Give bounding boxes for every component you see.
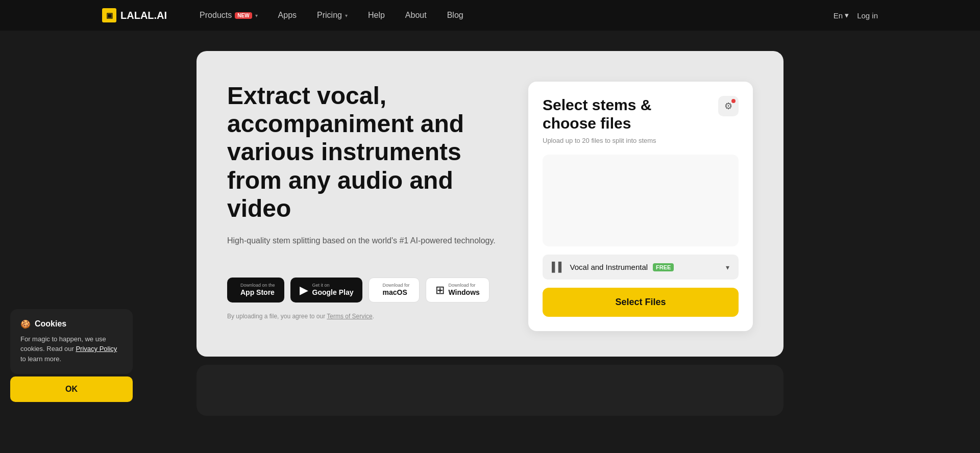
settings-notification-dot bbox=[731, 99, 736, 103]
cookie-banner: 🍪 Cookies For magic to happen, we use co… bbox=[10, 309, 133, 374]
hero-left: Extract vocal, accompaniment and various… bbox=[227, 82, 498, 320]
nav-apps[interactable]: Apps bbox=[270, 7, 305, 24]
logo-text: LALAL.AI bbox=[120, 10, 167, 21]
windows-icon: ⊞ bbox=[435, 284, 445, 297]
logo-icon: ▣ bbox=[102, 8, 116, 22]
stem-label: Vocal and Instrumental bbox=[570, 263, 648, 271]
panel-header: Select stems & choose files ⚙ bbox=[543, 96, 739, 133]
brand-logo[interactable]: ▣ LALAL.AI bbox=[102, 8, 167, 22]
stem-left: ▌▌ Vocal and Instrumental FREE bbox=[552, 262, 674, 272]
windows-button[interactable]: ⊞ Download for Windows bbox=[426, 278, 489, 303]
nav-help[interactable]: Help bbox=[360, 7, 393, 24]
macos-button[interactable]: Download for macOS bbox=[369, 278, 419, 303]
panel-title: Select stems & choose files bbox=[543, 96, 706, 133]
select-files-button[interactable]: Select Files bbox=[543, 288, 739, 317]
upload-panel: Select stems & choose files ⚙ Upload up … bbox=[528, 82, 753, 331]
hero-title: Extract vocal, accompaniment and various… bbox=[227, 82, 498, 222]
privacy-policy-link[interactable]: Privacy Policy bbox=[76, 345, 117, 353]
products-chevron-icon: ▾ bbox=[255, 13, 258, 18]
main-wrapper: Extract vocal, accompaniment and various… bbox=[0, 31, 980, 357]
stem-chevron-icon: ▾ bbox=[726, 263, 729, 271]
terms-link[interactable]: Terms of Service bbox=[327, 313, 372, 320]
stem-dropdown[interactable]: ▌▌ Vocal and Instrumental FREE ▾ bbox=[543, 255, 739, 280]
terms-text: By uploading a file, you agree to our Te… bbox=[227, 313, 498, 320]
login-button[interactable]: Log in bbox=[857, 11, 878, 20]
panel-subtitle: Upload up to 20 files to split into stem… bbox=[543, 137, 739, 144]
hero-subtitle: High-quality stem splitting based on the… bbox=[227, 235, 498, 247]
pricing-chevron-icon: ▾ bbox=[345, 13, 348, 18]
products-badge: NEW bbox=[235, 12, 252, 19]
app-store-button[interactable]: Download on the App Store bbox=[227, 278, 284, 303]
language-selector[interactable]: En ▾ bbox=[834, 11, 849, 20]
cookie-icon: 🍪 bbox=[20, 319, 31, 329]
cookie-header: 🍪 Cookies bbox=[20, 319, 122, 329]
nav-blog[interactable]: Blog bbox=[439, 7, 472, 24]
gear-icon: ⚙ bbox=[724, 100, 732, 112]
content-card: Extract vocal, accompaniment and various… bbox=[197, 51, 783, 357]
settings-button[interactable]: ⚙ bbox=[718, 96, 739, 116]
app-buttons-group: Download on the App Store ▶ Get it on Go… bbox=[227, 278, 498, 303]
nav-pricing[interactable]: Pricing ▾ bbox=[309, 7, 356, 24]
lang-chevron-icon: ▾ bbox=[845, 11, 849, 20]
nav-right: En ▾ Log in bbox=[834, 11, 878, 20]
navbar: ▣ LALAL.AI Products NEW ▾ Apps Pricing ▾… bbox=[0, 0, 980, 31]
nav-about[interactable]: About bbox=[397, 7, 435, 24]
bottom-section bbox=[197, 365, 783, 416]
waveform-icon: ▌▌ bbox=[552, 262, 565, 272]
upload-dropzone[interactable] bbox=[543, 155, 739, 246]
stem-free-badge: FREE bbox=[653, 263, 674, 271]
google-play-button[interactable]: ▶ Get it on Google Play bbox=[290, 278, 363, 303]
nav-links: Products NEW ▾ Apps Pricing ▾ Help About… bbox=[191, 7, 817, 24]
cookie-body: For magic to happen, we use cookies. Rea… bbox=[20, 334, 122, 364]
google-play-icon: ▶ bbox=[300, 284, 308, 297]
cookie-ok-button[interactable]: OK bbox=[10, 376, 133, 402]
nav-products[interactable]: Products NEW ▾ bbox=[191, 7, 265, 24]
